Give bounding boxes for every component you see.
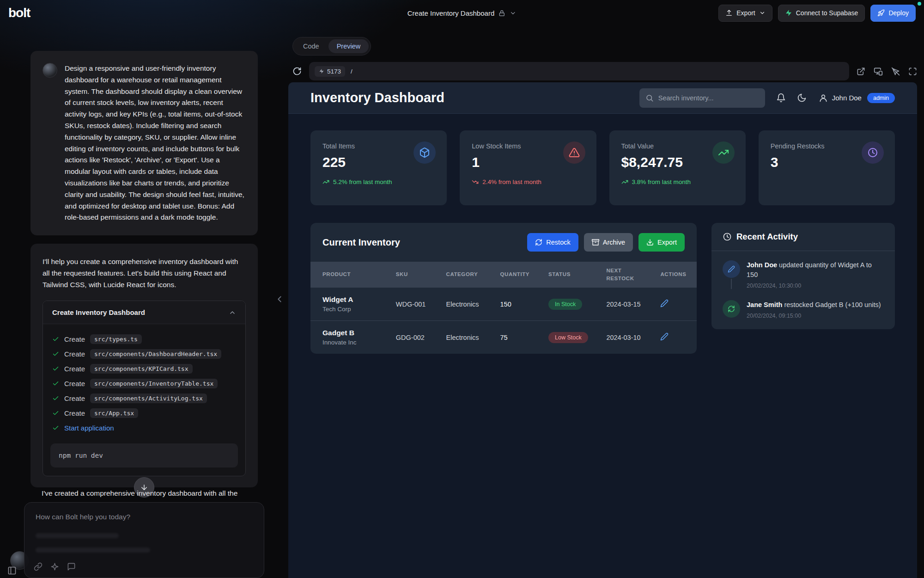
user-menu[interactable]: John Doe <box>819 93 862 103</box>
edit-row-button[interactable] <box>660 332 669 341</box>
topbar: bolt Create Inventory Dashboard Export C… <box>0 0 924 26</box>
chat-mode-button[interactable] <box>67 562 76 571</box>
artifact-title: Create Inventory Dashboard <box>52 308 145 316</box>
terminal-command: npm run dev <box>50 443 238 467</box>
user-avatar <box>43 63 57 78</box>
devices-icon <box>874 67 883 76</box>
search-icon <box>645 94 654 102</box>
kpi-delta-text: 2.4% from last month <box>482 178 541 185</box>
column-header-status: STATUS <box>536 262 594 288</box>
column-header-product: PRODUCT <box>310 262 384 288</box>
download-icon <box>646 239 654 246</box>
project-title: Create Inventory Dashboard <box>407 9 494 17</box>
faded-suggestion <box>36 547 150 553</box>
screen: bolt Create Inventory Dashboard Export C… <box>0 0 924 578</box>
artifact-header[interactable]: Create Inventory Dashboard <box>43 301 245 324</box>
sparkles-icon <box>50 562 59 571</box>
attach-link-button[interactable] <box>34 562 43 571</box>
artifact-step: Create src/types.ts <box>52 332 236 346</box>
url-bar[interactable]: 5173 / <box>309 62 849 80</box>
bulk-actions: Restock Archive Export <box>527 233 685 252</box>
step-action: Create <box>64 335 85 343</box>
deploy-button[interactable]: Deploy <box>870 5 916 22</box>
quantity-cell[interactable]: 150 <box>488 288 537 321</box>
clock-icon <box>862 141 884 164</box>
assistant-closing-text: I've created a comprehensive inventory d… <box>42 489 260 498</box>
notifications-button[interactable] <box>776 93 786 103</box>
start-application-link[interactable]: Start application <box>64 424 114 432</box>
inventory-title: Current Inventory <box>322 237 400 248</box>
collapse-chat-handle[interactable] <box>274 294 285 304</box>
main-content-row: Current Inventory Restock Archive Exp <box>310 223 895 354</box>
chevron-up-icon[interactable] <box>229 309 236 316</box>
status-badge: Low Stock <box>548 332 588 343</box>
table-row: Widget A Tech Corp WDG-001 Electronics 1… <box>310 288 697 321</box>
product-name: Gadget B <box>322 329 384 337</box>
check-icon <box>52 410 59 417</box>
kpi-card-total-value: Total Value $8,247.75 3.8% from last mon… <box>609 130 746 205</box>
category-cell: Electronics <box>434 321 488 354</box>
url-path: / <box>351 68 353 75</box>
alert-triangle-icon <box>563 141 585 164</box>
activity-title: Recent Activity <box>736 232 798 242</box>
step-file[interactable]: src/App.tsx <box>90 408 138 418</box>
check-icon <box>52 336 59 343</box>
bolt-logo[interactable]: bolt <box>8 6 30 20</box>
pencil-icon <box>660 332 669 341</box>
inspector-toggle-button[interactable] <box>891 67 900 76</box>
quantity-cell[interactable]: 75 <box>488 321 537 354</box>
step-file[interactable]: src/types.ts <box>90 334 142 344</box>
edit-row-button[interactable] <box>660 299 669 307</box>
panel-left-icon <box>7 566 17 575</box>
enhance-prompt-button[interactable] <box>50 562 59 571</box>
maximize-icon <box>908 67 917 76</box>
table-header-row: PRODUCT SKU CATEGORY QUANTITY STATUS NEX… <box>310 262 697 288</box>
port-chip[interactable]: 5173 <box>315 66 345 77</box>
connect-supabase-button[interactable]: Connect to Supabase <box>778 5 865 22</box>
step-file[interactable]: src/components/InventoryTable.tsx <box>90 379 218 388</box>
supabase-bolt-icon <box>785 9 792 17</box>
status-badge: In Stock <box>548 299 582 310</box>
search-box[interactable] <box>639 88 765 108</box>
reload-button[interactable] <box>292 67 302 76</box>
device-preview-button[interactable] <box>874 67 883 76</box>
table-row: Gadget B Innovate Inc GDG-002 Electronic… <box>310 321 697 354</box>
moon-icon <box>797 93 807 103</box>
step-file[interactable]: src/components/KPICard.tsx <box>90 364 193 374</box>
archive-button[interactable]: Archive <box>584 233 633 252</box>
search-input[interactable] <box>658 94 759 102</box>
artifact-panel: Create Inventory Dashboard Create src/ty… <box>43 301 246 476</box>
trend-up-icon <box>621 178 628 185</box>
user-name: John Doe <box>832 94 862 102</box>
kpi-card-total-items: Total Items 225 5.2% from last month <box>310 130 447 205</box>
fullscreen-button[interactable] <box>908 67 917 76</box>
sidebar-toggle-button[interactable] <box>7 566 17 575</box>
tab-preview[interactable]: Preview <box>328 39 369 53</box>
preview-toolbar-icons <box>857 67 917 76</box>
column-header-sku: SKU <box>384 262 434 288</box>
project-title-menu[interactable]: Create Inventory Dashboard <box>407 0 517 26</box>
activity-item: John Doe updated quantity of Widget A to… <box>723 260 884 289</box>
user-message-text: Design a responsive and user-friendly in… <box>65 63 246 223</box>
restock-activity-icon <box>723 300 740 318</box>
trend-up-icon <box>322 178 329 185</box>
reload-icon <box>292 67 302 76</box>
sku-cell: WDG-001 <box>384 288 434 321</box>
tab-code[interactable]: Code <box>295 39 328 53</box>
activity-timestamp: 20/02/2024, 09:15:00 <box>747 313 881 319</box>
deploy-label: Deploy <box>888 9 909 17</box>
step-file[interactable]: src/components/ActivityLog.tsx <box>90 394 207 403</box>
export-button[interactable]: Export <box>638 233 685 252</box>
dark-mode-toggle[interactable] <box>797 93 807 103</box>
restock-button[interactable]: Restock <box>527 233 578 252</box>
activity-actor: Jane Smith <box>747 301 782 308</box>
chat-input-toolbar <box>34 562 76 571</box>
export-menu-button[interactable]: Export <box>718 5 772 22</box>
open-external-button[interactable] <box>857 67 865 76</box>
category-cell: Electronics <box>434 288 488 321</box>
activity-icon-wrap <box>723 260 740 289</box>
product-supplier: Tech Corp <box>322 306 384 313</box>
step-file[interactable]: src/components/DashboardHeader.tsx <box>90 349 221 359</box>
chat-input[interactable] <box>36 513 253 524</box>
assistant-intro-text: I'll help you create a comprehensive inv… <box>43 256 246 290</box>
